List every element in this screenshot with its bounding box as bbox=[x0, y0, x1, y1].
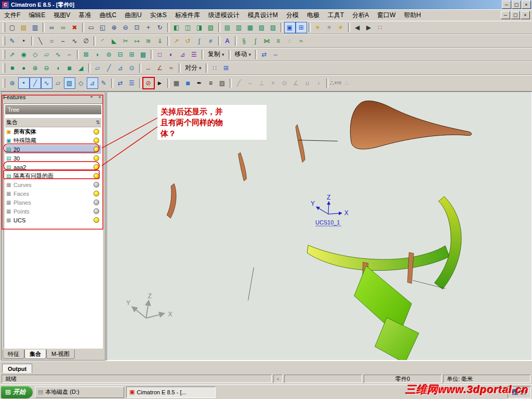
toolbar-grip[interactable] bbox=[3, 36, 5, 46]
offset-surface-icon[interactable]: ⊠ bbox=[81, 49, 92, 60]
ghost-union-icon[interactable]: ∪ bbox=[302, 77, 313, 89]
scale-icon[interactable]: ⇔ bbox=[270, 49, 282, 60]
menu-item[interactable]: 工具T bbox=[324, 10, 348, 21]
pin-icon[interactable]: ⌖ bbox=[88, 94, 95, 100]
surface-brown-crescent[interactable] bbox=[350, 101, 471, 149]
visibility-bulb-icon[interactable] bbox=[94, 200, 99, 205]
fillet-surface-icon[interactable]: ◗ bbox=[92, 49, 103, 60]
menu-item[interactable]: 曲线C bbox=[95, 10, 121, 21]
list-select-icon[interactable]: ☰ bbox=[126, 77, 138, 89]
flatten-icon[interactable]: ☰ bbox=[189, 49, 200, 60]
sync-select-icon[interactable]: ⇄ bbox=[115, 77, 126, 89]
select-window-icon[interactable]: ▭ bbox=[86, 22, 97, 33]
line-icon[interactable]: ╲ bbox=[35, 35, 46, 47]
boundary-curve-icon[interactable]: ◌ bbox=[284, 35, 296, 47]
zoom-window-icon[interactable]: ◱ bbox=[97, 22, 109, 33]
shell-solid-icon[interactable]: ◙ bbox=[64, 62, 75, 74]
menu-item[interactable]: 实体S bbox=[146, 10, 171, 21]
menu-item[interactable]: 文件F bbox=[0, 10, 24, 21]
visibility-bulb-icon[interactable] bbox=[94, 173, 99, 179]
draft-solid-icon[interactable]: ◢ bbox=[75, 62, 87, 74]
filter-face-icon[interactable]: ▱ bbox=[52, 77, 64, 89]
extrude-surface-icon[interactable]: ⇗ bbox=[7, 49, 18, 60]
filter-solid-icon[interactable]: ▧ bbox=[64, 77, 75, 89]
toolbar-grip[interactable] bbox=[3, 23, 5, 32]
arc-icon[interactable]: ⌢ bbox=[58, 35, 69, 47]
tree-row[interactable]: ▤ 20 bbox=[5, 145, 101, 154]
filter-sketch-icon[interactable]: ✎ bbox=[98, 77, 110, 89]
ucs-triad[interactable]: Y Z X UCS10_1 bbox=[311, 194, 349, 226]
split-dropdown-button[interactable]: 对分 bbox=[182, 62, 204, 74]
round-solid-icon[interactable]: ◖ bbox=[52, 62, 64, 74]
grid-table-icon[interactable]: ▦ bbox=[171, 77, 182, 89]
taskbar-button[interactable]: ▣ Cimatron E 8.5 - [... bbox=[126, 387, 216, 398]
link-views-icon[interactable]: ∞ bbox=[46, 22, 58, 33]
text-tool-icon[interactable]: A bbox=[222, 35, 233, 47]
ghost-cross-icon[interactable]: × bbox=[268, 77, 279, 89]
ruled-surface-icon[interactable]: ▱ bbox=[41, 49, 52, 60]
panel-close-icon[interactable]: × bbox=[96, 94, 103, 100]
link-edit-icon[interactable]: ∞ bbox=[58, 22, 69, 33]
datum-point-icon[interactable]: ⊙ bbox=[126, 62, 138, 74]
toolbar-grip[interactable] bbox=[3, 78, 5, 88]
blend-surface-icon[interactable]: ⌢ bbox=[64, 49, 75, 60]
corner-fillet-icon[interactable]: ◜ bbox=[97, 35, 109, 47]
minimize-button[interactable]: ─ bbox=[502, 1, 511, 9]
menu-item[interactable]: 级进模设计 bbox=[204, 10, 244, 21]
blade-surface-2[interactable] bbox=[238, 153, 247, 181]
ghost-perp-icon[interactable]: ⊥ bbox=[256, 77, 268, 89]
menu-item[interactable]: 帮助H bbox=[400, 10, 425, 21]
wireframe-display-icon[interactable]: ◫ bbox=[182, 22, 194, 33]
move-dropdown-button[interactable]: 移动 bbox=[232, 49, 254, 60]
menu-item[interactable]: 标准件库 bbox=[171, 10, 204, 21]
hatch-pattern-icon[interactable]: ▨ bbox=[217, 77, 228, 89]
extend-curve-icon[interactable]: ↦ bbox=[131, 35, 143, 47]
next-view-icon[interactable]: ▶ bbox=[363, 22, 375, 33]
new-file-icon[interactable]: ▢ bbox=[7, 22, 18, 33]
ghost-arc-icon[interactable]: ⌢ bbox=[245, 77, 256, 89]
surface-green-ribbon[interactable] bbox=[434, 196, 461, 289]
sketcher-icon[interactable]: ✎ bbox=[7, 35, 18, 47]
panel-tab[interactable]: M-视图 bbox=[46, 350, 75, 359]
system-tray[interactable]: 16 bbox=[508, 386, 531, 398]
ghost-circle-icon[interactable]: ⊙ bbox=[279, 77, 290, 89]
viewport[interactable]: Y Z X UCS10_1 Y Z X bbox=[107, 91, 532, 361]
electrode-file-icon[interactable]: ▨ bbox=[268, 22, 279, 33]
visibility-bulb-icon[interactable] bbox=[94, 129, 99, 135]
visibility-bulb-icon[interactable] bbox=[94, 182, 99, 188]
tree-row[interactable]: ▦ UCS bbox=[5, 216, 101, 224]
tree-row[interactable]: ▣ 特殊隐藏 bbox=[5, 136, 101, 145]
visibility-bulb-icon[interactable] bbox=[94, 217, 99, 223]
spline-icon[interactable]: ∿ bbox=[69, 35, 81, 47]
assembly-file-icon[interactable]: ▥ bbox=[233, 22, 245, 33]
revolve-surface-icon[interactable]: ◉ bbox=[18, 49, 30, 60]
panel-tab[interactable]: 特征 bbox=[3, 350, 24, 359]
untrim-icon[interactable]: □ bbox=[154, 49, 166, 60]
circle-icon[interactable]: ○ bbox=[46, 35, 58, 47]
toolbar-grip[interactable] bbox=[3, 63, 5, 73]
copy-dropdown-button[interactable]: 复制 bbox=[205, 49, 227, 60]
blade-surface-1[interactable] bbox=[296, 125, 305, 163]
ghost-bracket-icon[interactable]: ‹ bbox=[313, 77, 325, 89]
ghost-line-icon[interactable]: ╱ bbox=[233, 77, 245, 89]
curvature-analysis-icon[interactable]: ≈ bbox=[166, 62, 177, 74]
tree-row[interactable]: ▤ aaa2 bbox=[5, 163, 101, 171]
cylinder-solid-icon[interactable]: ● bbox=[18, 62, 30, 74]
start-button[interactable]: ⊞ 开始 bbox=[1, 386, 33, 398]
visibility-bulb-icon[interactable] bbox=[94, 164, 99, 170]
menu-item[interactable]: 编辑E bbox=[24, 10, 49, 21]
filter-edge-icon[interactable]: ╱ bbox=[30, 77, 41, 89]
no-snap-icon[interactable]: ⊘ bbox=[143, 77, 154, 89]
menu-item[interactable]: 分析A bbox=[348, 10, 373, 21]
measure-icon[interactable]: ↔ bbox=[143, 62, 154, 74]
offset-curve-icon[interactable]: ≋ bbox=[143, 35, 154, 47]
open-folder-icon[interactable]: ▤ bbox=[18, 22, 30, 33]
break-curve-icon[interactable]: ≠ bbox=[205, 35, 217, 47]
pan-icon[interactable]: + bbox=[143, 22, 154, 33]
tree-row[interactable]: ▤ 隔离有问题的面 bbox=[5, 171, 101, 180]
chamfer-icon[interactable]: ◣ bbox=[109, 35, 120, 47]
tree-row[interactable]: ▦ Curves bbox=[5, 180, 101, 189]
parting-surface-icon[interactable]: ⊿ bbox=[177, 49, 189, 60]
visibility-bulb-icon[interactable] bbox=[94, 147, 99, 152]
sort-icon[interactable] bbox=[96, 119, 100, 125]
